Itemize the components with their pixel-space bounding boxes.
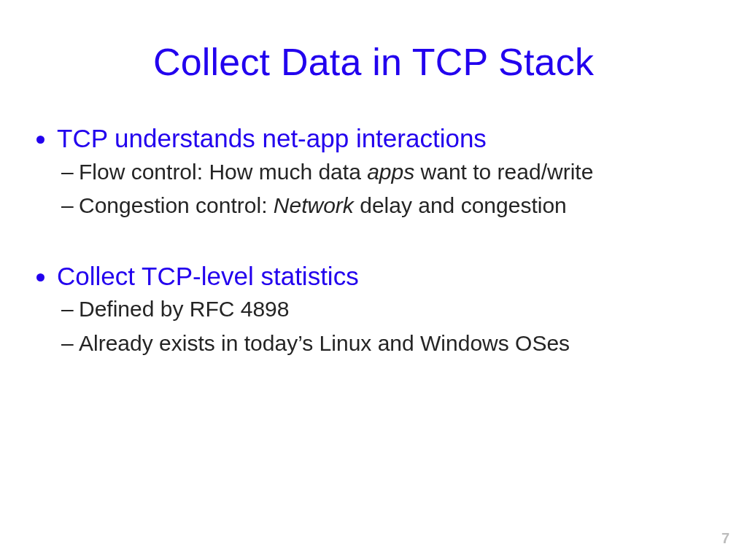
bullet-1-sub-2-text-c: delay and congestion	[354, 193, 567, 217]
bullet-1-sub-2: Congestion control: Network delay and co…	[79, 189, 718, 223]
bullet-1-text: TCP understands net-app interactions	[57, 124, 487, 152]
slide: Collect Data in TCP Stack TCP understand…	[0, 0, 747, 560]
bullet-1-sub-1: Flow control: How much data apps want to…	[79, 155, 718, 190]
bullet-1-sub-1-text-c: want to read/write	[414, 160, 593, 184]
bullet-2-sublist: Defined by RFC 4898 Already exists in to…	[57, 292, 718, 360]
bullet-1-sublist: Flow control: How much data apps want to…	[57, 155, 718, 223]
bullet-1: TCP understands net-app interactions Flo…	[57, 122, 718, 223]
bullet-2-sub-2: Already exists in today’s Linux and Wind…	[79, 327, 718, 361]
bullet-2-sub-1: Defined by RFC 4898	[79, 292, 718, 327]
slide-title: Collect Data in TCP Stack	[29, 40, 718, 84]
bullet-1-sub-1-italic: apps	[367, 160, 414, 184]
bullet-2-sub-2-text: Already exists in today’s Linux and Wind…	[79, 331, 570, 355]
spacer	[57, 225, 718, 260]
bullet-1-sub-2-text-a: Congestion control:	[79, 193, 274, 217]
bullet-2-text: Collect TCP-level statistics	[57, 262, 359, 290]
bullet-list: TCP understands net-app interactions Flo…	[29, 122, 718, 360]
bullet-2: Collect TCP-level statistics Defined by …	[57, 260, 718, 361]
page-number: 7	[721, 530, 729, 547]
bullet-1-sub-1-text-a: Flow control: How much data	[79, 160, 367, 184]
bullet-1-sub-2-italic: Network	[274, 193, 354, 217]
bullet-2-sub-1-text: Defined by RFC 4898	[79, 297, 290, 321]
